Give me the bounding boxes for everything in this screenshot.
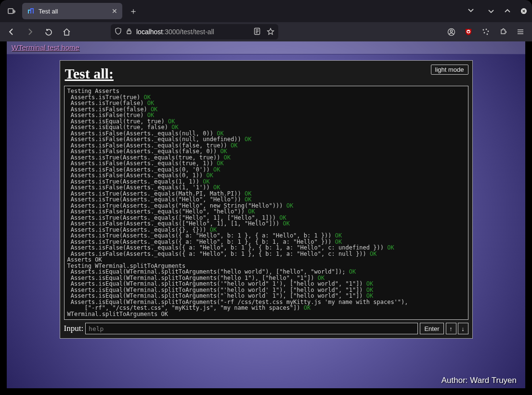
shield-icon[interactable]: [115, 27, 122, 36]
svg-point-9: [486, 29, 487, 30]
svg-point-11: [484, 32, 485, 34]
browser-tab[interactable]: Test all ✕: [22, 3, 122, 19]
tab-overview-icon[interactable]: [5, 4, 18, 18]
terminal-input-row: Input: Enter ↑ ↓: [64, 323, 468, 334]
home-link[interactable]: WTerminal test home: [12, 43, 79, 52]
svg-point-5: [450, 30, 453, 32]
page-title: Test all:: [65, 66, 114, 82]
reader-mode-icon[interactable]: [253, 27, 261, 37]
bookmark-icon[interactable]: [267, 27, 274, 37]
tab-title: Test all: [39, 8, 108, 15]
terminal: Test all: light mode Testing Asserts Ass…: [60, 60, 473, 339]
svg-rect-0: [8, 9, 13, 13]
app-menu-icon[interactable]: [513, 24, 528, 40]
extension-icon[interactable]: [478, 24, 493, 40]
author-label: Author: Ward Truyen: [441, 376, 517, 385]
terminal-output: Testing Asserts Asserts.isTrue(true) OK …: [64, 86, 468, 320]
reload-button[interactable]: [40, 24, 56, 40]
browser-window: Test all ✕ ＋: [0, 0, 532, 395]
lock-icon[interactable]: [126, 28, 132, 36]
tab-close-icon[interactable]: ✕: [112, 7, 117, 15]
input-label: Input:: [64, 324, 84, 333]
enter-button[interactable]: Enter: [420, 323, 443, 334]
light-mode-button[interactable]: light mode: [431, 65, 468, 75]
top-link-bar: WTerminal test home: [7, 41, 525, 54]
url-text: localhost:3000/test/test-all: [136, 28, 214, 36]
svg-point-8: [483, 29, 484, 31]
tabs-dropdown-icon[interactable]: [467, 7, 474, 15]
window-minimize-icon[interactable]: [488, 8, 494, 14]
home-button[interactable]: [59, 24, 74, 40]
forward-button[interactable]: [22, 24, 38, 40]
ublock-icon[interactable]: [461, 24, 476, 40]
extensions-puzzle-icon[interactable]: [495, 24, 511, 40]
svg-rect-7: [468, 30, 469, 31]
history-down-button[interactable]: ↓: [458, 323, 468, 334]
titlebar: Test all ✕ ＋: [0, 0, 532, 22]
svg-point-10: [488, 31, 489, 32]
window-close-icon[interactable]: [520, 8, 527, 14]
url-toolbar: localhost:3000/test/test-all: [0, 22, 532, 41]
svg-point-12: [487, 34, 488, 35]
back-button[interactable]: [4, 24, 19, 40]
tab-favicon-icon: [27, 7, 35, 15]
url-bar[interactable]: localhost:3000/test/test-all: [111, 24, 278, 40]
new-tab-button[interactable]: ＋: [122, 5, 144, 17]
page-content: WTerminal test home Test all: light mode…: [7, 41, 525, 388]
svg-rect-2: [127, 31, 131, 34]
terminal-input[interactable]: [85, 323, 418, 334]
history-up-button[interactable]: ↑: [446, 323, 456, 334]
account-icon[interactable]: [443, 24, 459, 40]
window-maximize-icon[interactable]: [504, 8, 511, 14]
